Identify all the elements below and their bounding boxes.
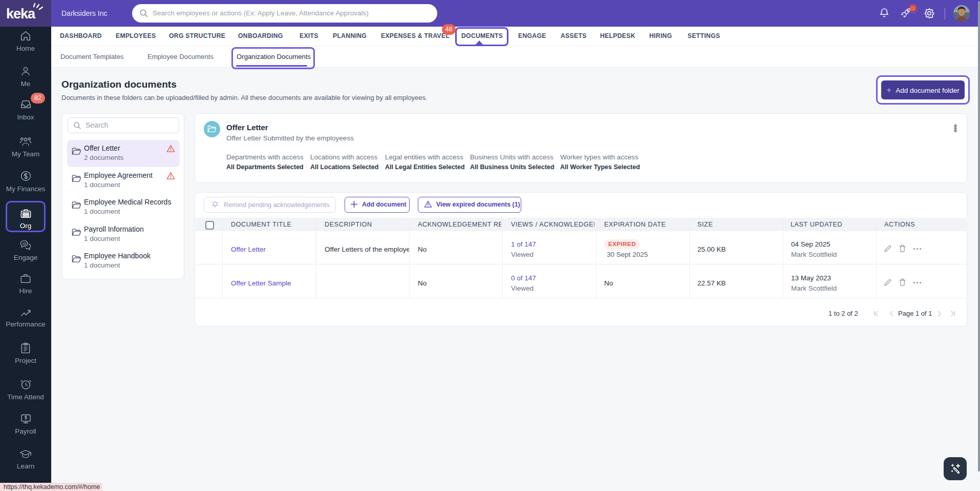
svg-text:keka: keka bbox=[6, 6, 36, 22]
